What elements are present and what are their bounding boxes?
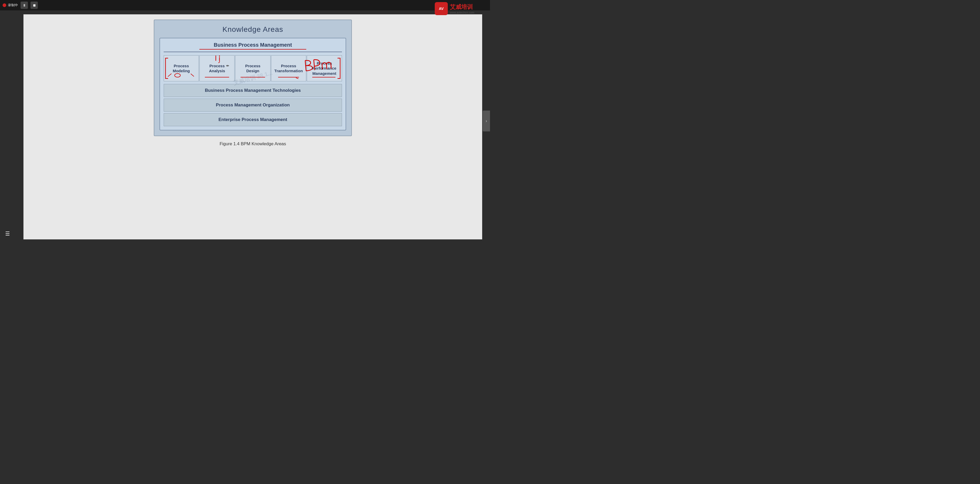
svg-point-1 <box>219 56 220 57</box>
scribble-line-r <box>191 73 194 76</box>
logo-text: 艾威培训 www.avtechcn.com <box>450 3 474 14</box>
performance-underline <box>312 77 336 78</box>
main-content: 艾威培训 38 1... Knowledge Areas Business Pr… <box>24 14 482 239</box>
enterprise-row: Enterprise Process Management <box>164 113 342 126</box>
bpm-header: Business Process Management <box>164 42 342 52</box>
logo-abbr: AV <box>439 6 444 11</box>
record-label: 录制中 <box>8 3 18 8</box>
nav-chevron-right[interactable]: › <box>483 111 490 131</box>
bpm-header-label: Business Process Management <box>214 42 292 48</box>
process-transformation-label: ProcessTransformation <box>274 64 303 73</box>
process-analysis-cell: ✏ ProcessAnalysis <box>199 55 235 81</box>
pause-button[interactable]: ⏸ <box>21 2 28 9</box>
pencil-icon: ✏ <box>226 64 229 68</box>
analysis-underline <box>205 77 229 78</box>
record-dot <box>3 3 6 7</box>
process-design-label: ProcessDesign <box>245 64 260 73</box>
logo-area: AV 艾威培训 www.avtechcn.com <box>435 2 474 15</box>
bpm-annotation <box>304 57 336 76</box>
bpm-tech-row: Business Process Management Technologies <box>164 84 342 97</box>
top-bar: 录制中 ⏸ ⏹ <box>0 0 490 10</box>
process-design-cell: ProcessDesign <box>235 55 270 81</box>
bpm-outer-box: Business Process Management <box>159 38 346 131</box>
hamburger-button[interactable]: ☰ <box>5 231 10 237</box>
logo-box: AV <box>435 2 448 15</box>
diagram-container: 艾威培训 38 1... Knowledge Areas Business Pr… <box>154 19 352 136</box>
stop-button[interactable]: ⏹ <box>30 2 38 9</box>
transformation-tick <box>296 78 298 79</box>
logo-chinese: 艾威培训 <box>450 3 474 11</box>
bpm-underline <box>199 49 306 49</box>
logo-url: www.avtechcn.com <box>450 11 474 14</box>
pause-icon: ⏸ <box>23 3 26 7</box>
li-annotation <box>214 55 224 65</box>
diagram-title: Knowledge Areas <box>159 25 346 33</box>
process-org-row: Process Management Organization <box>164 99 342 111</box>
figure-caption: Figure 1.4 BPM Knowledge Areas <box>220 141 286 146</box>
process-modeling-cell: ProcessModeling <box>164 55 199 81</box>
design-underline <box>240 77 265 78</box>
scribble-circle <box>174 73 181 78</box>
process-modeling-label: ProcessModeling <box>173 64 190 73</box>
process-transformation-cell: ProcessTransformation <box>271 55 306 81</box>
stop-icon: ⏹ <box>33 3 36 7</box>
left-sidebar: ☰ <box>0 0 24 242</box>
record-indicator: 录制中 <box>3 3 18 8</box>
